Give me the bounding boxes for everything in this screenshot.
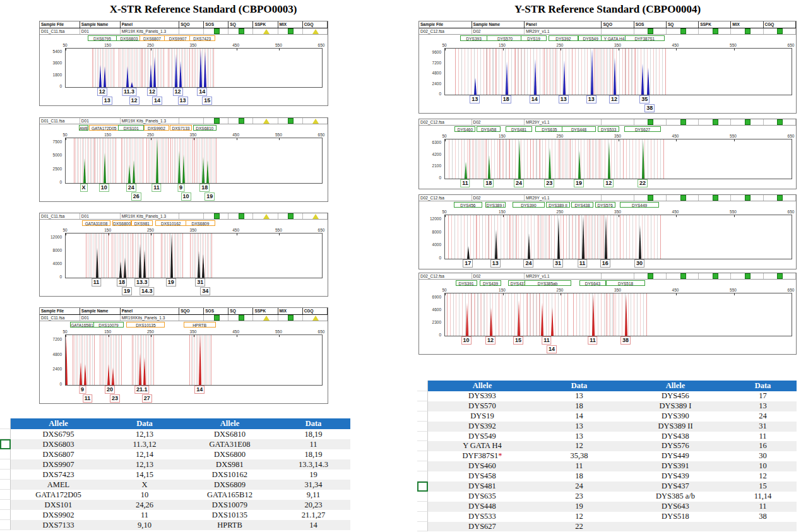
gutter-cell[interactable] bbox=[417, 411, 428, 422]
gutter-cell[interactable] bbox=[417, 492, 428, 502]
allele-cell[interactable]: DYS576 bbox=[622, 441, 729, 451]
allele-cell[interactable]: DXS6807 bbox=[11, 449, 106, 459]
data-cell[interactable]: X bbox=[106, 480, 183, 490]
data-cell[interactable]: 12,14 bbox=[106, 449, 183, 459]
data-cell[interactable] bbox=[729, 522, 797, 532]
allele-cell[interactable]: DXS10079 bbox=[183, 500, 276, 510]
allele-cell[interactable]: DXS9902 bbox=[11, 510, 106, 520]
allele-cell[interactable]: DYS385 a/b bbox=[622, 492, 729, 502]
data-cell[interactable]: 14 bbox=[537, 411, 622, 422]
data-cell[interactable]: 19 bbox=[276, 470, 350, 480]
allele-cell[interactable]: DXS10162 bbox=[183, 470, 276, 480]
allele-cell[interactable]: DYS437 bbox=[622, 482, 729, 492]
allele-cell[interactable]: DYS389 I bbox=[622, 401, 729, 411]
data-cell[interactable]: 30 bbox=[729, 451, 797, 461]
allele-cell[interactable]: DXS6809 bbox=[183, 480, 276, 490]
allele-cell[interactable]: DYS390 bbox=[622, 411, 729, 422]
data-cell[interactable]: 22 bbox=[537, 522, 622, 532]
allele-cell[interactable]: DYS643 bbox=[622, 502, 729, 512]
data-cell[interactable]: 24 bbox=[537, 482, 622, 492]
gutter-cell[interactable] bbox=[0, 510, 11, 520]
data-cell[interactable]: 14,15 bbox=[106, 470, 183, 480]
data-cell[interactable]: 18 bbox=[537, 401, 622, 411]
allele-cell[interactable]: DYS391 bbox=[622, 461, 729, 471]
gutter-cell[interactable] bbox=[417, 422, 428, 432]
allele-cell[interactable]: DYS481 bbox=[428, 482, 537, 492]
data-cell[interactable]: 12 bbox=[537, 512, 622, 522]
gutter-cell[interactable] bbox=[417, 432, 428, 442]
allele-cell[interactable]: DXS981 bbox=[183, 459, 276, 470]
data-cell[interactable]: 13 bbox=[537, 432, 622, 442]
allele-cell[interactable]: DYS549 bbox=[428, 432, 537, 442]
allele-cell[interactable]: DYS448 bbox=[428, 502, 537, 512]
gutter-cell[interactable] bbox=[417, 401, 428, 411]
allele-cell[interactable]: GATA172D05 bbox=[11, 490, 106, 500]
data-cell[interactable]: 31,34 bbox=[276, 480, 350, 490]
data-cell[interactable]: 18,19 bbox=[276, 449, 350, 459]
data-cell[interactable]: 9,10 bbox=[106, 520, 183, 530]
allele-cell[interactable]: DYS533 bbox=[428, 512, 537, 522]
gutter-cell[interactable] bbox=[0, 500, 11, 510]
electropherogram-panel[interactable]: D02_C12.fsaD02MR29Y_v1.1DYS391DYS439DYS4… bbox=[418, 273, 797, 355]
allele-cell[interactable]: DYS393 bbox=[428, 391, 537, 401]
data-cell[interactable]: 16 bbox=[729, 441, 797, 451]
allele-cell[interactable]: DYS19 bbox=[428, 411, 537, 422]
data-cell[interactable]: 35,38 bbox=[537, 451, 622, 461]
data-cell[interactable]: 11 bbox=[537, 461, 622, 471]
data-cell[interactable]: 10 bbox=[729, 461, 797, 471]
allele-cell[interactable]: DYS389 II bbox=[622, 422, 729, 432]
allele-cell[interactable]: GATA165B12 bbox=[183, 490, 276, 500]
data-cell[interactable]: 11,14 bbox=[729, 492, 797, 502]
allele-cell[interactable]: DYS392 bbox=[428, 422, 537, 432]
electropherogram-panel[interactable]: Sample FileSample NamePanelSQOSOSSQSSPKM… bbox=[418, 21, 797, 114]
allele-cell[interactable]: DYS518 bbox=[622, 512, 729, 522]
data-cell[interactable]: 38 bbox=[729, 512, 797, 522]
data-cell[interactable]: 13.3,14.3 bbox=[276, 459, 350, 470]
gutter-cell[interactable] bbox=[417, 441, 428, 451]
electropherogram-panel[interactable]: D02_C12.fsaD02MR29Y_v1.1DYS460DYS458DYS4… bbox=[418, 119, 797, 189]
data-cell[interactable]: 12,13 bbox=[106, 429, 183, 439]
data-cell[interactable]: 11.3,12 bbox=[106, 439, 183, 449]
allele-cell[interactable]: DXS6795 bbox=[11, 429, 106, 439]
data-cell[interactable]: 31 bbox=[729, 422, 797, 432]
allele-cell[interactable]: DYS570 bbox=[428, 401, 537, 411]
allele-cell[interactable]: HPRTB bbox=[183, 520, 276, 530]
data-cell[interactable]: 21.1,27 bbox=[276, 510, 350, 520]
allele-cell[interactable]: DXS10135 bbox=[183, 510, 276, 520]
gutter-cell[interactable] bbox=[0, 429, 11, 439]
data-cell[interactable]: 9,11 bbox=[276, 490, 350, 500]
data-cell[interactable]: 15 bbox=[729, 482, 797, 492]
data-cell[interactable]: 11 bbox=[276, 439, 350, 449]
allele-cell[interactable] bbox=[622, 522, 729, 532]
gutter-cell[interactable] bbox=[417, 461, 428, 471]
electropherogram-panel[interactable]: Sample FileSample NamePanelSQOSOSSQSSPKM… bbox=[39, 307, 328, 404]
gutter-cell[interactable] bbox=[0, 459, 11, 470]
gutter-cell[interactable] bbox=[0, 520, 11, 530]
data-cell[interactable]: 11 bbox=[729, 502, 797, 512]
data-cell[interactable]: 10 bbox=[106, 490, 183, 500]
data-cell[interactable]: 13 bbox=[729, 401, 797, 411]
allele-cell[interactable]: DYS635 bbox=[428, 492, 537, 502]
allele-cell[interactable]: DYF387S1* bbox=[428, 451, 537, 461]
data-cell[interactable]: 19 bbox=[537, 502, 622, 512]
gutter-cell[interactable] bbox=[417, 502, 428, 512]
allele-cell[interactable]: DYS458 bbox=[428, 471, 537, 482]
data-cell[interactable]: 20,23 bbox=[276, 500, 350, 510]
electropherogram-panel[interactable]: D01_C11.fsaD01MR19X Kits_Panels_1.3GATA3… bbox=[39, 213, 328, 297]
gutter-cell[interactable] bbox=[417, 482, 428, 492]
allele-cell[interactable]: DYS439 bbox=[622, 471, 729, 482]
gutter-cell[interactable] bbox=[0, 449, 11, 459]
data-cell[interactable]: 12 bbox=[729, 471, 797, 482]
allele-cell[interactable]: DYS460 bbox=[428, 461, 537, 471]
data-cell[interactable]: 13 bbox=[537, 391, 622, 401]
allele-cell[interactable]: DYS438 bbox=[622, 432, 729, 442]
electropherogram-panel[interactable]: D02_C12.fsaD02MR29Y_v1.1DYS456DYS389 IDY… bbox=[418, 194, 797, 269]
allele-cell[interactable]: DYS456 bbox=[622, 391, 729, 401]
allele-cell[interactable]: GATA31E08 bbox=[183, 439, 276, 449]
gutter-cell[interactable] bbox=[0, 490, 11, 500]
gutter-cell[interactable] bbox=[417, 512, 428, 522]
allele-cell[interactable]: DXS6803 bbox=[11, 439, 106, 449]
data-cell[interactable]: 11 bbox=[106, 510, 183, 520]
allele-cell[interactable]: Y GATA H4 bbox=[428, 441, 537, 451]
allele-cell[interactable]: AMEL bbox=[11, 480, 106, 490]
